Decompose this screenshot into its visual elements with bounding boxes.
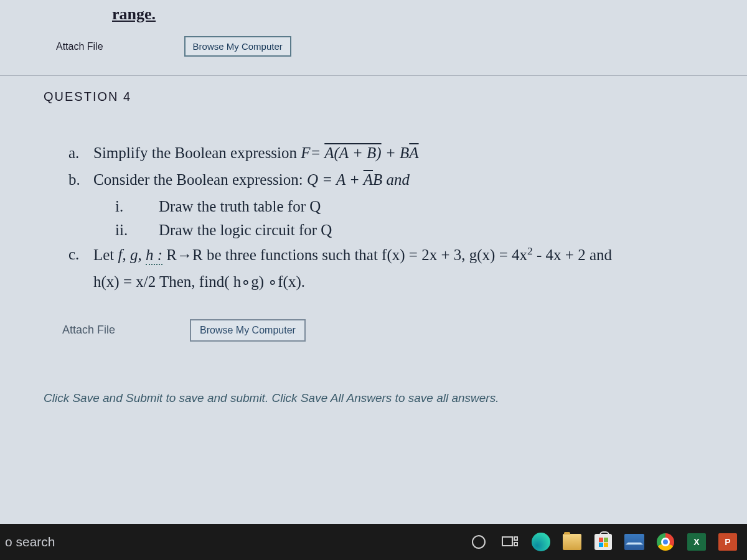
chrome-icon[interactable] — [651, 529, 680, 555]
text-fragment: Simplify the Boolean expression — [93, 144, 301, 161]
svg-rect-2 — [514, 543, 517, 546]
text-fragment: - 4x + 2 and — [533, 246, 612, 263]
file-explorer-icon[interactable] — [558, 529, 586, 555]
text-fragment: f, g, — [118, 246, 146, 263]
text-fragment: Q = A + — [307, 171, 364, 188]
browse-my-computer-button[interactable]: Browse My Computer — [184, 36, 291, 57]
task-view-icon[interactable] — [496, 529, 524, 555]
item-letter: b. — [68, 168, 93, 192]
sub-i-text: Draw the truth table for Q — [159, 195, 321, 219]
question-item-c: c. Let f, g, h : R→R be three functions … — [68, 243, 722, 268]
text-fragment: F= — [301, 144, 324, 161]
cortana-icon[interactable] — [464, 529, 493, 555]
exponent: 2 — [527, 245, 533, 257]
item-a-text: Simplify the Boolean expression F= A(A +… — [93, 141, 419, 166]
item-letter: c. — [68, 243, 93, 268]
question-sub-ii: ii. Draw the logic circuit for Q — [115, 218, 722, 243]
powerpoint-icon[interactable]: P — [713, 529, 742, 555]
attach-file-label: Attach File — [62, 324, 115, 337]
question-item-a: a. Simplify the Boolean expression F= A(… — [68, 141, 722, 166]
save-submit-instructions: Click Save and Submit to save and submit… — [0, 366, 747, 405]
attach-file-row-top: Attach File Browse My Computer — [0, 24, 747, 75]
attach-file-label: Attach File — [56, 41, 103, 52]
item-letter: a. — [68, 141, 93, 166]
edge-browser-icon[interactable] — [527, 529, 555, 555]
question-header: QUESTION 4 — [0, 76, 747, 116]
overline-term: A — [364, 171, 373, 188]
text-fragment: Consider the Boolean expression: — [93, 171, 307, 188]
svg-rect-1 — [514, 537, 517, 540]
text-fragment: B and — [373, 171, 410, 188]
mail-icon[interactable] — [620, 529, 649, 555]
browse-my-computer-button[interactable]: Browse My Computer — [190, 319, 306, 342]
overline-term: A(A + B) — [324, 144, 381, 161]
item-c-text: Let f, g, h : R→R be three functions suc… — [93, 243, 612, 268]
question-item-b: b. Consider the Boolean expression: Q = … — [68, 168, 722, 192]
excel-icon[interactable]: X — [682, 529, 711, 555]
content-area: range. Attach File Browse My Computer QU… — [0, 0, 747, 529]
question-sub-i: i. Draw the truth table for Q — [115, 195, 722, 219]
sub-ii-text: Draw the logic circuit for Q — [159, 218, 332, 243]
attach-file-row-q4: Attach File Browse My Computer — [0, 307, 747, 366]
taskbar-search-text[interactable]: o search — [5, 534, 68, 549]
range-heading: range. — [112, 0, 747, 24]
roman-numeral: i. — [115, 195, 159, 219]
item-c-line2: h(x) = x/2 Then, find( h∘g) ∘f(x). — [93, 270, 722, 294]
text-fragment: + B — [382, 144, 410, 161]
function-h: h : — [146, 246, 162, 265]
overline-term: A — [409, 144, 418, 161]
roman-numeral: ii. — [115, 218, 159, 243]
text-fragment: R→R be three functions such that f(x) = … — [166, 246, 527, 263]
svg-rect-0 — [502, 537, 512, 546]
windows-taskbar[interactable]: o search X P — [0, 524, 747, 560]
text-fragment: Let — [93, 246, 118, 263]
microsoft-store-icon[interactable] — [589, 529, 618, 555]
item-b-text: Consider the Boolean expression: Q = A +… — [93, 168, 410, 192]
question-body: a. Simplify the Boolean expression F= A(… — [0, 116, 747, 307]
